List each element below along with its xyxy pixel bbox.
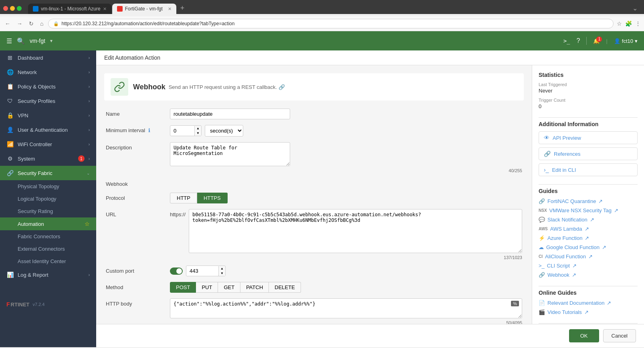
sidebar-subitem-physical-topology[interactable]: Physical Topology bbox=[0, 180, 96, 193]
address-text: https://20.120.32.212/ng/automation/acti… bbox=[61, 21, 234, 26]
refresh-btn[interactable]: ↻ bbox=[27, 19, 35, 28]
description-input[interactable]: Update Route Table for MicroSegmentation bbox=[170, 142, 290, 166]
window-expand-btn[interactable]: ⌄ bbox=[632, 4, 641, 12]
port-up-btn[interactable]: ▲ bbox=[219, 266, 225, 271]
protocol-http-btn[interactable]: HTTP bbox=[170, 193, 197, 203]
wifi-icon: 📶 bbox=[6, 141, 14, 147]
device-chevron[interactable]: ▾ bbox=[50, 38, 52, 44]
guide-fortinac[interactable]: 🔗 FortiNAC Quarantine ↗ bbox=[539, 198, 638, 204]
tab-fortigate-close[interactable]: ✕ bbox=[168, 6, 172, 12]
webhook-header-text: Webhook Send an HTTP request using a RES… bbox=[133, 83, 285, 91]
url-input[interactable]: b0e51158-77a0-4b0c-9c91-c5b5c543ab5d.web… bbox=[189, 209, 522, 253]
sidebar-subitem-external-connectors[interactable]: External Connectors bbox=[0, 243, 96, 255]
tab-fortigate[interactable]: FortiGate - vm-fgt ✕ bbox=[112, 4, 176, 14]
azure-fn-label: Azure Function bbox=[547, 235, 582, 241]
guide-azure[interactable]: ⚡ Azure Function ↗ bbox=[539, 235, 638, 241]
protocol-control: HTTP HTTPS bbox=[170, 193, 522, 203]
notification-bell[interactable]: 🔔 1 bbox=[593, 38, 600, 44]
address-bar[interactable]: 🔒 https://20.120.32.212/ng/automation/ac… bbox=[48, 19, 614, 28]
sidebar-item-dashboard[interactable]: ⊞ Dashboard › bbox=[0, 50, 96, 65]
method-delete-btn[interactable]: DELETE bbox=[269, 282, 301, 293]
sidebar-subitem-logical-topology[interactable]: Logical Topology bbox=[0, 193, 96, 205]
interval-help-icon[interactable]: ℹ bbox=[148, 127, 150, 133]
method-patch-btn[interactable]: PATCH bbox=[240, 282, 269, 293]
guide-aws[interactable]: AWS AWS Lambda ↗ bbox=[539, 226, 638, 232]
name-label: Name bbox=[106, 109, 170, 117]
cancel-button[interactable]: Cancel bbox=[603, 329, 636, 342]
relevant-docs-link[interactable]: 📄 Relevant Documentation ↗ bbox=[539, 300, 638, 306]
sidebar-subitem-automation[interactable]: Automation ☆ bbox=[0, 217, 96, 230]
dashboard-icon: ⊞ bbox=[6, 54, 14, 61]
name-input[interactable] bbox=[170, 109, 290, 119]
references-btn[interactable]: 🔗 References bbox=[539, 147, 638, 160]
menu-icon[interactable]: ⋮ bbox=[635, 20, 641, 27]
fortinac-ext-icon: ↗ bbox=[598, 198, 603, 204]
sidebar-item-vpn[interactable]: 🔒 VPN › bbox=[0, 108, 96, 123]
forward-btn[interactable]: → bbox=[15, 19, 24, 28]
guide-nsx[interactable]: NSX VMWare NSX Security Tag ↗ bbox=[539, 207, 638, 213]
http-body-input[interactable]: {"action":"%%log.action%%","addr":"%%log… bbox=[170, 298, 522, 318]
method-post-btn[interactable]: POST bbox=[170, 282, 196, 293]
bookmark-icon[interactable]: ☆ bbox=[617, 20, 622, 27]
protocol-https-btn[interactable]: HTTPS bbox=[197, 193, 228, 203]
content-header: Edit Automation Action bbox=[96, 50, 644, 65]
hamburger-menu-btn[interactable]: ☰ bbox=[6, 37, 12, 45]
close-window-btn[interactable] bbox=[3, 6, 8, 11]
guide-alicloud[interactable]: CI AliCloud Function ↗ bbox=[539, 253, 638, 259]
azure-fn-icon: ⚡ bbox=[539, 235, 545, 241]
percent-insert-btn[interactable]: % bbox=[511, 301, 519, 306]
url-control: https:// b0e51158-77a0-4b0c-9c91-c5b5c54… bbox=[170, 209, 522, 260]
nsx-icon: NSX bbox=[539, 208, 547, 213]
interval-unit-select[interactable]: second(s) bbox=[205, 125, 243, 137]
guide-slack[interactable]: 💬 Slack Notification ↗ bbox=[539, 217, 638, 223]
tab-azure[interactable]: vm-linux-1 - Microsoft Azure ✕ bbox=[28, 4, 111, 14]
sidebar-item-security-profiles[interactable]: 🛡 Security Profiles › bbox=[0, 94, 96, 108]
sidebar-item-user-auth[interactable]: 👤 User & Authentication › bbox=[0, 123, 96, 137]
edit-cli-btn[interactable]: ›_ Edit in CLI bbox=[539, 163, 638, 176]
sidebar-item-network[interactable]: 🌐 Network › bbox=[0, 65, 96, 79]
method-row: Method POST PUT GET PATCH DELETE bbox=[104, 282, 524, 293]
help-btn[interactable]: ? bbox=[577, 37, 580, 44]
method-buttons: POST PUT GET PATCH DELETE bbox=[170, 282, 522, 293]
sidebar-subitem-fabric-connectors[interactable]: Fabric Connectors bbox=[0, 230, 96, 243]
home-btn[interactable]: ⌂ bbox=[38, 19, 45, 28]
security-profiles-arrow: › bbox=[89, 99, 90, 103]
interval-up-btn[interactable]: ▲ bbox=[195, 126, 201, 131]
aws-ext-icon: ↗ bbox=[585, 226, 589, 232]
maximize-window-btn[interactable] bbox=[17, 6, 22, 11]
tab-azure-close[interactable]: ✕ bbox=[103, 6, 107, 12]
interval-control: ▲ ▼ second(s) bbox=[170, 125, 522, 137]
guide-gcp[interactable]: ☁ Google Cloud Function ↗ bbox=[539, 244, 638, 250]
ok-button[interactable]: OK bbox=[569, 329, 599, 342]
new-tab-btn[interactable]: + bbox=[177, 2, 188, 14]
api-preview-btn[interactable]: 👁 API Preview bbox=[539, 131, 638, 144]
slack-ext-icon: ↗ bbox=[590, 217, 594, 223]
sidebar-item-security-fabric[interactable]: 🔗 Security Fabric ⌄ bbox=[0, 166, 96, 180]
sidebar-item-policy[interactable]: 📋 Policy & Objects › bbox=[0, 79, 96, 94]
port-input[interactable] bbox=[186, 266, 218, 276]
sidebar-subitem-security-rating[interactable]: Security Rating bbox=[0, 205, 96, 217]
guide-cli[interactable]: >_ CLI Script ↗ bbox=[539, 263, 638, 269]
webhook-external-link[interactable]: 🔗 bbox=[279, 84, 285, 90]
header-search-btn[interactable]: 🔍 bbox=[17, 37, 25, 45]
method-get-btn[interactable]: GET bbox=[218, 282, 240, 293]
aws-icon: AWS bbox=[539, 227, 548, 231]
header-divider bbox=[586, 37, 587, 45]
sidebar-item-wifi[interactable]: 📶 WiFi Controller › bbox=[0, 137, 96, 151]
extension-icon[interactable]: 🧩 bbox=[625, 20, 632, 27]
sidebar-item-system[interactable]: ⚙ System 1 › bbox=[0, 151, 96, 166]
port-down-btn[interactable]: ▼ bbox=[219, 271, 225, 276]
guide-webhook[interactable]: 🔗 Webhook ↗ bbox=[539, 272, 638, 278]
interval-down-btn[interactable]: ▼ bbox=[195, 131, 201, 136]
video-tutorials-link[interactable]: 🎬 Video Tutorials ↗ bbox=[539, 309, 638, 315]
last-triggered-value: Never bbox=[539, 88, 638, 94]
user-menu-btn[interactable]: 👤 fct10 ▾ bbox=[614, 38, 638, 44]
terminal-btn[interactable]: >_ bbox=[563, 38, 570, 44]
sidebar-item-log-report[interactable]: 📊 Log & Report › bbox=[0, 268, 96, 282]
method-put-btn[interactable]: PUT bbox=[196, 282, 218, 293]
interval-input[interactable] bbox=[170, 126, 194, 136]
back-btn[interactable]: ← bbox=[3, 19, 12, 28]
custom-port-toggle[interactable] bbox=[170, 268, 183, 275]
sidebar-subitem-asset-identity[interactable]: Asset Identity Center bbox=[0, 255, 96, 268]
minimize-window-btn[interactable] bbox=[10, 6, 15, 11]
